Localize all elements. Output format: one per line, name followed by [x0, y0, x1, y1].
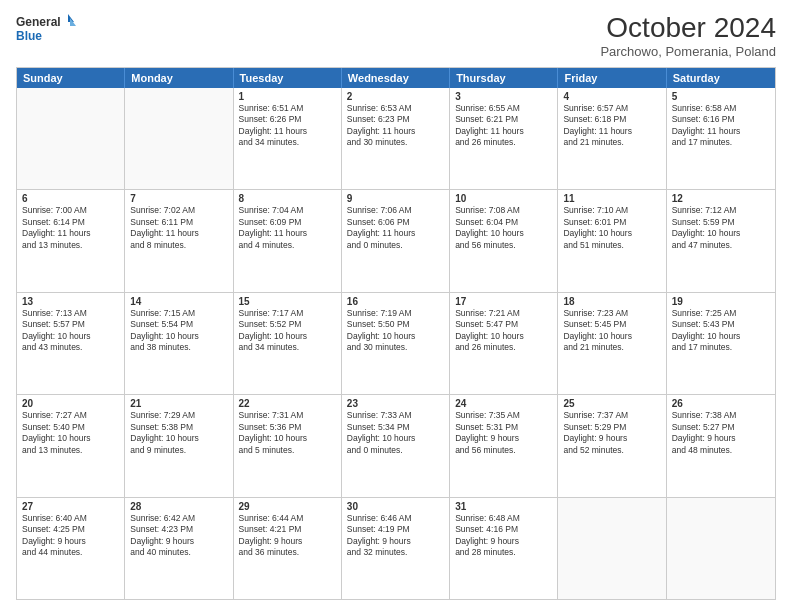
header-day-saturday: Saturday: [667, 68, 775, 88]
day-cell-12: 12Sunrise: 7:12 AM Sunset: 5:59 PM Dayli…: [667, 190, 775, 291]
header-day-thursday: Thursday: [450, 68, 558, 88]
day-info: Sunrise: 7:23 AM Sunset: 5:45 PM Dayligh…: [563, 308, 660, 354]
day-info: Sunrise: 7:19 AM Sunset: 5:50 PM Dayligh…: [347, 308, 444, 354]
header-day-sunday: Sunday: [17, 68, 125, 88]
day-cell-18: 18Sunrise: 7:23 AM Sunset: 5:45 PM Dayli…: [558, 293, 666, 394]
day-info: Sunrise: 7:21 AM Sunset: 5:47 PM Dayligh…: [455, 308, 552, 354]
day-number: 27: [22, 501, 119, 512]
day-cell-21: 21Sunrise: 7:29 AM Sunset: 5:38 PM Dayli…: [125, 395, 233, 496]
day-info: Sunrise: 7:27 AM Sunset: 5:40 PM Dayligh…: [22, 410, 119, 456]
empty-cell: [558, 498, 666, 599]
day-number: 21: [130, 398, 227, 409]
day-number: 28: [130, 501, 227, 512]
header-day-friday: Friday: [558, 68, 666, 88]
empty-cell: [125, 88, 233, 189]
day-number: 4: [563, 91, 660, 102]
day-number: 10: [455, 193, 552, 204]
day-cell-14: 14Sunrise: 7:15 AM Sunset: 5:54 PM Dayli…: [125, 293, 233, 394]
day-cell-22: 22Sunrise: 7:31 AM Sunset: 5:36 PM Dayli…: [234, 395, 342, 496]
svg-text:Blue: Blue: [16, 29, 42, 43]
day-info: Sunrise: 7:25 AM Sunset: 5:43 PM Dayligh…: [672, 308, 770, 354]
day-number: 15: [239, 296, 336, 307]
header: General Blue October 2024 Parchowo, Pome…: [16, 12, 776, 59]
day-number: 16: [347, 296, 444, 307]
header-day-monday: Monday: [125, 68, 233, 88]
day-number: 5: [672, 91, 770, 102]
day-number: 19: [672, 296, 770, 307]
header-day-tuesday: Tuesday: [234, 68, 342, 88]
day-cell-26: 26Sunrise: 7:38 AM Sunset: 5:27 PM Dayli…: [667, 395, 775, 496]
day-number: 22: [239, 398, 336, 409]
day-number: 14: [130, 296, 227, 307]
empty-cell: [17, 88, 125, 189]
day-number: 8: [239, 193, 336, 204]
day-number: 30: [347, 501, 444, 512]
day-cell-19: 19Sunrise: 7:25 AM Sunset: 5:43 PM Dayli…: [667, 293, 775, 394]
calendar-body: 1Sunrise: 6:51 AM Sunset: 6:26 PM Daylig…: [17, 88, 775, 599]
day-info: Sunrise: 6:55 AM Sunset: 6:21 PM Dayligh…: [455, 103, 552, 149]
day-cell-23: 23Sunrise: 7:33 AM Sunset: 5:34 PM Dayli…: [342, 395, 450, 496]
day-number: 3: [455, 91, 552, 102]
day-number: 7: [130, 193, 227, 204]
day-info: Sunrise: 6:48 AM Sunset: 4:16 PM Dayligh…: [455, 513, 552, 559]
day-cell-15: 15Sunrise: 7:17 AM Sunset: 5:52 PM Dayli…: [234, 293, 342, 394]
subtitle: Parchowo, Pomerania, Poland: [600, 44, 776, 59]
day-info: Sunrise: 7:00 AM Sunset: 6:14 PM Dayligh…: [22, 205, 119, 251]
day-info: Sunrise: 7:17 AM Sunset: 5:52 PM Dayligh…: [239, 308, 336, 354]
day-cell-7: 7Sunrise: 7:02 AM Sunset: 6:11 PM Daylig…: [125, 190, 233, 291]
day-info: Sunrise: 7:38 AM Sunset: 5:27 PM Dayligh…: [672, 410, 770, 456]
day-cell-4: 4Sunrise: 6:57 AM Sunset: 6:18 PM Daylig…: [558, 88, 666, 189]
empty-cell: [667, 498, 775, 599]
day-cell-13: 13Sunrise: 7:13 AM Sunset: 5:57 PM Dayli…: [17, 293, 125, 394]
day-cell-6: 6Sunrise: 7:00 AM Sunset: 6:14 PM Daylig…: [17, 190, 125, 291]
day-cell-29: 29Sunrise: 6:44 AM Sunset: 4:21 PM Dayli…: [234, 498, 342, 599]
page: General Blue October 2024 Parchowo, Pome…: [0, 0, 792, 612]
day-cell-24: 24Sunrise: 7:35 AM Sunset: 5:31 PM Dayli…: [450, 395, 558, 496]
day-info: Sunrise: 6:51 AM Sunset: 6:26 PM Dayligh…: [239, 103, 336, 149]
day-info: Sunrise: 7:10 AM Sunset: 6:01 PM Dayligh…: [563, 205, 660, 251]
calendar-row-5: 27Sunrise: 6:40 AM Sunset: 4:25 PM Dayli…: [17, 497, 775, 599]
day-number: 17: [455, 296, 552, 307]
day-number: 12: [672, 193, 770, 204]
day-info: Sunrise: 6:58 AM Sunset: 6:16 PM Dayligh…: [672, 103, 770, 149]
calendar-row-4: 20Sunrise: 7:27 AM Sunset: 5:40 PM Dayli…: [17, 394, 775, 496]
day-info: Sunrise: 7:15 AM Sunset: 5:54 PM Dayligh…: [130, 308, 227, 354]
svg-text:General: General: [16, 15, 61, 29]
day-number: 29: [239, 501, 336, 512]
day-cell-2: 2Sunrise: 6:53 AM Sunset: 6:23 PM Daylig…: [342, 88, 450, 189]
day-cell-25: 25Sunrise: 7:37 AM Sunset: 5:29 PM Dayli…: [558, 395, 666, 496]
day-cell-3: 3Sunrise: 6:55 AM Sunset: 6:21 PM Daylig…: [450, 88, 558, 189]
day-info: Sunrise: 7:06 AM Sunset: 6:06 PM Dayligh…: [347, 205, 444, 251]
calendar: SundayMondayTuesdayWednesdayThursdayFrid…: [16, 67, 776, 600]
day-number: 31: [455, 501, 552, 512]
day-number: 9: [347, 193, 444, 204]
day-info: Sunrise: 6:57 AM Sunset: 6:18 PM Dayligh…: [563, 103, 660, 149]
calendar-row-2: 6Sunrise: 7:00 AM Sunset: 6:14 PM Daylig…: [17, 189, 775, 291]
day-number: 6: [22, 193, 119, 204]
day-info: Sunrise: 7:02 AM Sunset: 6:11 PM Dayligh…: [130, 205, 227, 251]
day-info: Sunrise: 7:04 AM Sunset: 6:09 PM Dayligh…: [239, 205, 336, 251]
day-number: 24: [455, 398, 552, 409]
day-info: Sunrise: 7:31 AM Sunset: 5:36 PM Dayligh…: [239, 410, 336, 456]
calendar-row-3: 13Sunrise: 7:13 AM Sunset: 5:57 PM Dayli…: [17, 292, 775, 394]
day-number: 13: [22, 296, 119, 307]
day-number: 11: [563, 193, 660, 204]
day-info: Sunrise: 7:12 AM Sunset: 5:59 PM Dayligh…: [672, 205, 770, 251]
day-cell-30: 30Sunrise: 6:46 AM Sunset: 4:19 PM Dayli…: [342, 498, 450, 599]
day-info: Sunrise: 6:44 AM Sunset: 4:21 PM Dayligh…: [239, 513, 336, 559]
day-info: Sunrise: 7:13 AM Sunset: 5:57 PM Dayligh…: [22, 308, 119, 354]
day-cell-28: 28Sunrise: 6:42 AM Sunset: 4:23 PM Dayli…: [125, 498, 233, 599]
day-cell-31: 31Sunrise: 6:48 AM Sunset: 4:16 PM Dayli…: [450, 498, 558, 599]
day-cell-1: 1Sunrise: 6:51 AM Sunset: 6:26 PM Daylig…: [234, 88, 342, 189]
logo: General Blue: [16, 12, 76, 48]
day-cell-5: 5Sunrise: 6:58 AM Sunset: 6:16 PM Daylig…: [667, 88, 775, 189]
day-info: Sunrise: 7:29 AM Sunset: 5:38 PM Dayligh…: [130, 410, 227, 456]
title-block: October 2024 Parchowo, Pomerania, Poland: [600, 12, 776, 59]
day-number: 18: [563, 296, 660, 307]
day-number: 2: [347, 91, 444, 102]
day-number: 23: [347, 398, 444, 409]
day-cell-20: 20Sunrise: 7:27 AM Sunset: 5:40 PM Dayli…: [17, 395, 125, 496]
calendar-row-1: 1Sunrise: 6:51 AM Sunset: 6:26 PM Daylig…: [17, 88, 775, 189]
day-info: Sunrise: 7:33 AM Sunset: 5:34 PM Dayligh…: [347, 410, 444, 456]
day-info: Sunrise: 6:46 AM Sunset: 4:19 PM Dayligh…: [347, 513, 444, 559]
